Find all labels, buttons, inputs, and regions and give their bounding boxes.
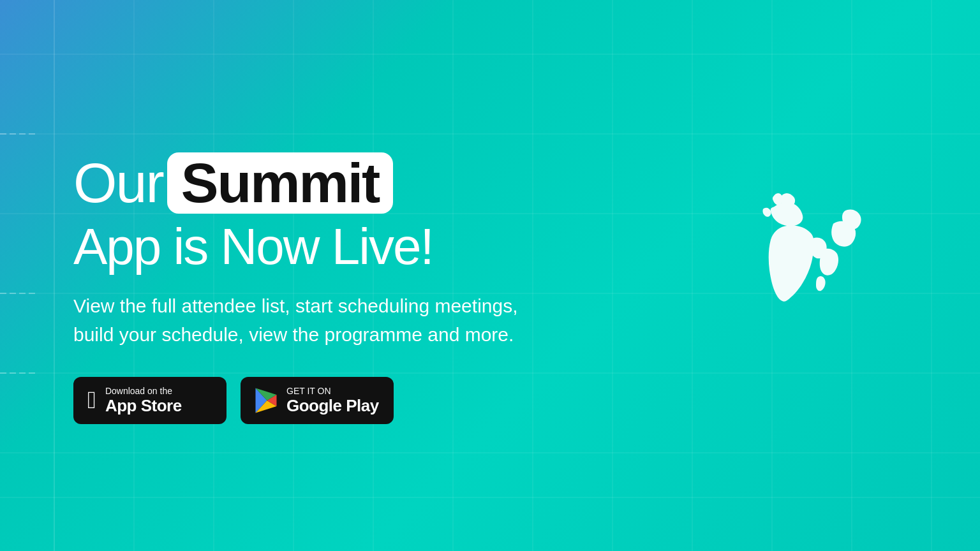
app-store-small-label: Download on the <box>105 386 182 397</box>
our-text: Our <box>73 155 163 211</box>
main-content: Our Summit App is Now Live! View the ful… <box>0 127 533 423</box>
google-play-small-label: GET IT ON <box>286 386 379 397</box>
google-play-button[interactable]: GET IT ON Google Play <box>241 377 394 423</box>
apple-icon:  <box>87 386 96 414</box>
tagline: App is Now Live! <box>73 220 533 274</box>
google-play-icon <box>255 387 278 414</box>
store-buttons:  Download on the App Store GET IT ON Go <box>73 377 533 423</box>
app-store-button[interactable]:  Download on the App Store <box>73 377 226 423</box>
background: Our Summit App is Now Live! View the ful… <box>0 0 980 551</box>
google-play-big-label: Google Play <box>286 397 379 415</box>
google-play-text: GET IT ON Google Play <box>286 386 379 415</box>
description: View the full attendee list, start sched… <box>73 291 533 349</box>
brand-row: Our Summit <box>73 152 533 214</box>
globe-icon <box>699 176 878 355</box>
app-store-text: Download on the App Store <box>105 386 182 415</box>
summit-badge: Summit <box>167 152 394 214</box>
app-store-big-label: App Store <box>105 397 182 415</box>
globe-container <box>699 176 878 357</box>
summit-text: Summit <box>181 151 380 214</box>
